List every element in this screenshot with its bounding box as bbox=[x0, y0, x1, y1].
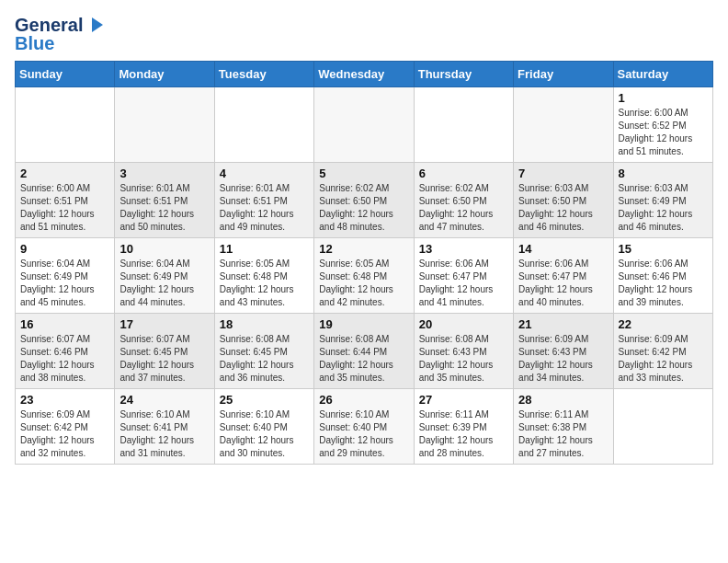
day-number: 15 bbox=[619, 242, 708, 256]
calendar-cell: 17Sunrise: 6:07 AMSunset: 6:45 PMDayligh… bbox=[115, 314, 214, 389]
day-number: 2 bbox=[20, 167, 109, 180]
calendar-cell: 16Sunrise: 6:07 AMSunset: 6:46 PMDayligh… bbox=[16, 314, 115, 389]
calendar-cell: 28Sunrise: 6:11 AMSunset: 6:38 PMDayligh… bbox=[514, 389, 613, 465]
day-number: 18 bbox=[220, 317, 309, 331]
day-number: 13 bbox=[419, 242, 508, 256]
day-info: Sunrise: 6:06 AMSunset: 6:47 PMDaylight:… bbox=[518, 258, 608, 309]
day-number: 27 bbox=[419, 393, 508, 407]
day-number: 25 bbox=[220, 393, 309, 407]
day-info: Sunrise: 6:10 AMSunset: 6:40 PMDaylight:… bbox=[319, 408, 408, 460]
calendar-cell: 3Sunrise: 6:01 AMSunset: 6:51 PMDaylight… bbox=[115, 163, 214, 238]
calendar-cell: 19Sunrise: 6:08 AMSunset: 6:44 PMDayligh… bbox=[314, 314, 414, 389]
col-header-friday: Friday bbox=[514, 62, 613, 87]
calendar-week-row: 23Sunrise: 6:09 AMSunset: 6:42 PMDayligh… bbox=[16, 389, 713, 465]
calendar-cell bbox=[314, 87, 414, 163]
calendar-cell: 5Sunrise: 6:02 AMSunset: 6:50 PMDaylight… bbox=[314, 163, 414, 238]
day-info: Sunrise: 6:09 AMSunset: 6:42 PMDaylight:… bbox=[619, 333, 708, 385]
calendar-cell: 26Sunrise: 6:10 AMSunset: 6:40 PMDayligh… bbox=[314, 389, 414, 465]
day-number: 26 bbox=[319, 393, 408, 407]
day-info: Sunrise: 6:00 AMSunset: 6:51 PMDaylight:… bbox=[20, 182, 109, 234]
calendar-cell: 8Sunrise: 6:03 AMSunset: 6:49 PMDaylight… bbox=[613, 163, 712, 238]
day-info: Sunrise: 6:02 AMSunset: 6:50 PMDaylight:… bbox=[319, 182, 408, 234]
logo-arrow-icon bbox=[85, 15, 105, 35]
day-number: 11 bbox=[220, 242, 309, 256]
calendar-cell: 13Sunrise: 6:06 AMSunset: 6:47 PMDayligh… bbox=[414, 238, 513, 314]
calendar-cell: 21Sunrise: 6:09 AMSunset: 6:43 PMDayligh… bbox=[514, 314, 613, 389]
calendar-table: SundayMondayTuesdayWednesdayThursdayFrid… bbox=[15, 61, 713, 465]
day-info: Sunrise: 6:01 AMSunset: 6:51 PMDaylight:… bbox=[119, 182, 209, 234]
calendar-cell: 2Sunrise: 6:00 AMSunset: 6:51 PMDaylight… bbox=[16, 163, 115, 238]
day-number: 17 bbox=[119, 317, 209, 331]
col-header-monday: Monday bbox=[115, 62, 214, 87]
day-number: 9 bbox=[20, 242, 109, 256]
calendar-header-row: SundayMondayTuesdayWednesdayThursdayFrid… bbox=[16, 62, 713, 87]
calendar-cell: 9Sunrise: 6:04 AMSunset: 6:49 PMDaylight… bbox=[16, 238, 115, 314]
day-info: Sunrise: 6:10 AMSunset: 6:41 PMDaylight:… bbox=[119, 408, 209, 460]
day-number: 22 bbox=[619, 317, 708, 331]
col-header-tuesday: Tuesday bbox=[214, 62, 313, 87]
calendar-cell bbox=[115, 87, 214, 163]
calendar-cell: 11Sunrise: 6:05 AMSunset: 6:48 PMDayligh… bbox=[214, 238, 313, 314]
day-number: 10 bbox=[119, 242, 209, 256]
day-info: Sunrise: 6:08 AMSunset: 6:43 PMDaylight:… bbox=[419, 333, 508, 385]
day-number: 16 bbox=[20, 317, 109, 331]
calendar-cell: 7Sunrise: 6:03 AMSunset: 6:50 PMDaylight… bbox=[514, 163, 613, 238]
calendar-cell: 18Sunrise: 6:08 AMSunset: 6:45 PMDayligh… bbox=[214, 314, 313, 389]
col-header-thursday: Thursday bbox=[414, 62, 513, 87]
calendar-week-row: 16Sunrise: 6:07 AMSunset: 6:46 PMDayligh… bbox=[16, 314, 713, 389]
day-info: Sunrise: 6:06 AMSunset: 6:46 PMDaylight:… bbox=[619, 258, 708, 309]
calendar-cell: 25Sunrise: 6:10 AMSunset: 6:40 PMDayligh… bbox=[214, 389, 313, 465]
col-header-wednesday: Wednesday bbox=[314, 62, 414, 87]
day-number: 20 bbox=[419, 317, 508, 331]
calendar-cell: 12Sunrise: 6:05 AMSunset: 6:48 PMDayligh… bbox=[314, 238, 414, 314]
day-info: Sunrise: 6:04 AMSunset: 6:49 PMDaylight:… bbox=[119, 258, 209, 309]
calendar-cell: 15Sunrise: 6:06 AMSunset: 6:46 PMDayligh… bbox=[613, 238, 712, 314]
calendar-cell: 27Sunrise: 6:11 AMSunset: 6:39 PMDayligh… bbox=[414, 389, 513, 465]
day-number: 19 bbox=[319, 317, 408, 331]
calendar-cell: 20Sunrise: 6:08 AMSunset: 6:43 PMDayligh… bbox=[414, 314, 513, 389]
day-number: 12 bbox=[319, 242, 408, 256]
day-number: 23 bbox=[20, 393, 109, 407]
day-number: 8 bbox=[619, 167, 708, 180]
day-info: Sunrise: 6:00 AMSunset: 6:52 PMDaylight:… bbox=[619, 107, 708, 158]
col-header-sunday: Sunday bbox=[16, 62, 115, 87]
calendar-cell: 1Sunrise: 6:00 AMSunset: 6:52 PMDaylight… bbox=[613, 87, 712, 163]
logo-text-general: General bbox=[15, 15, 83, 35]
day-info: Sunrise: 6:02 AMSunset: 6:50 PMDaylight:… bbox=[419, 182, 508, 234]
day-number: 3 bbox=[119, 167, 209, 180]
day-number: 14 bbox=[518, 242, 608, 256]
day-info: Sunrise: 6:03 AMSunset: 6:49 PMDaylight:… bbox=[619, 182, 708, 234]
day-number: 6 bbox=[419, 167, 508, 180]
day-number: 5 bbox=[319, 167, 408, 180]
day-info: Sunrise: 6:07 AMSunset: 6:45 PMDaylight:… bbox=[119, 333, 209, 385]
calendar-week-row: 1Sunrise: 6:00 AMSunset: 6:52 PMDaylight… bbox=[16, 87, 713, 163]
day-number: 21 bbox=[518, 317, 608, 331]
logo: General Blue bbox=[15, 15, 105, 53]
day-info: Sunrise: 6:06 AMSunset: 6:47 PMDaylight:… bbox=[419, 258, 508, 309]
calendar-cell: 10Sunrise: 6:04 AMSunset: 6:49 PMDayligh… bbox=[115, 238, 214, 314]
calendar-cell: 24Sunrise: 6:10 AMSunset: 6:41 PMDayligh… bbox=[115, 389, 214, 465]
header: General Blue bbox=[15, 15, 713, 53]
calendar-cell bbox=[414, 87, 513, 163]
day-info: Sunrise: 6:03 AMSunset: 6:50 PMDaylight:… bbox=[518, 182, 608, 234]
day-number: 24 bbox=[119, 393, 209, 407]
day-info: Sunrise: 6:09 AMSunset: 6:43 PMDaylight:… bbox=[518, 333, 608, 385]
calendar-week-row: 2Sunrise: 6:00 AMSunset: 6:51 PMDaylight… bbox=[16, 163, 713, 238]
calendar-cell: 6Sunrise: 6:02 AMSunset: 6:50 PMDaylight… bbox=[414, 163, 513, 238]
day-info: Sunrise: 6:11 AMSunset: 6:38 PMDaylight:… bbox=[518, 408, 608, 460]
day-number: 28 bbox=[518, 393, 608, 407]
calendar-cell bbox=[16, 87, 115, 163]
calendar-cell: 22Sunrise: 6:09 AMSunset: 6:42 PMDayligh… bbox=[613, 314, 712, 389]
day-info: Sunrise: 6:04 AMSunset: 6:49 PMDaylight:… bbox=[20, 258, 109, 309]
day-number: 7 bbox=[518, 167, 608, 180]
calendar-cell bbox=[214, 87, 313, 163]
svg-marker-0 bbox=[92, 17, 103, 32]
day-info: Sunrise: 6:08 AMSunset: 6:44 PMDaylight:… bbox=[319, 333, 408, 385]
calendar-cell: 23Sunrise: 6:09 AMSunset: 6:42 PMDayligh… bbox=[16, 389, 115, 465]
day-info: Sunrise: 6:01 AMSunset: 6:51 PMDaylight:… bbox=[220, 182, 309, 234]
day-info: Sunrise: 6:09 AMSunset: 6:42 PMDaylight:… bbox=[20, 408, 109, 460]
day-info: Sunrise: 6:11 AMSunset: 6:39 PMDaylight:… bbox=[419, 408, 508, 460]
logo-text-blue: Blue bbox=[15, 33, 54, 53]
day-info: Sunrise: 6:08 AMSunset: 6:45 PMDaylight:… bbox=[220, 333, 309, 385]
calendar-cell: 4Sunrise: 6:01 AMSunset: 6:51 PMDaylight… bbox=[214, 163, 313, 238]
